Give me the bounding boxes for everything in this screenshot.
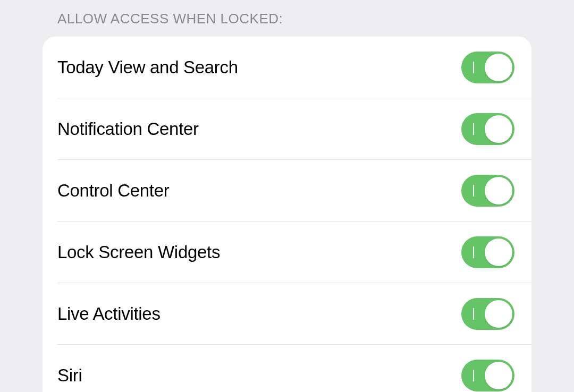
row-today-view-and-search: Today View and Search: [43, 37, 531, 98]
row-siri: Siri: [43, 345, 531, 392]
switch-on-indicator-icon: [473, 185, 474, 197]
switch-thumb-icon: [485, 238, 512, 266]
switch-thumb-icon: [485, 177, 512, 204]
switch-on-indicator-icon: [473, 246, 474, 258]
settings-list: Today View and Search Notification Cente…: [43, 37, 531, 392]
allow-access-when-locked-section: ALLOW ACCESS WHEN LOCKED: Today View and…: [0, 0, 574, 392]
switch-on-indicator-icon: [473, 62, 474, 73]
row-label: Live Activities: [57, 304, 161, 324]
switch-thumb-icon: [485, 362, 512, 389]
switch-on-indicator-icon: [473, 370, 474, 381]
row-notification-center: Notification Center: [43, 98, 531, 160]
toggle-siri[interactable]: [461, 360, 514, 391]
row-label: Today View and Search: [57, 57, 238, 78]
toggle-today-view-and-search[interactable]: [461, 52, 514, 83]
row-lock-screen-widgets: Lock Screen Widgets: [43, 221, 531, 283]
switch-thumb-icon: [485, 54, 512, 81]
toggle-lock-screen-widgets[interactable]: [461, 236, 514, 268]
toggle-notification-center[interactable]: [461, 113, 514, 145]
row-live-activities: Live Activities: [43, 283, 531, 345]
switch-on-indicator-icon: [473, 308, 474, 320]
section-header: ALLOW ACCESS WHEN LOCKED:: [0, 11, 574, 37]
row-label: Control Center: [57, 181, 169, 201]
toggle-live-activities[interactable]: [461, 298, 514, 330]
row-label: Lock Screen Widgets: [57, 242, 220, 262]
toggle-control-center[interactable]: [461, 175, 514, 207]
switch-thumb-icon: [485, 300, 512, 328]
row-control-center: Control Center: [43, 160, 531, 221]
row-label: Siri: [57, 365, 82, 386]
switch-thumb-icon: [485, 115, 512, 143]
switch-on-indicator-icon: [473, 123, 474, 135]
row-label: Notification Center: [57, 119, 199, 139]
